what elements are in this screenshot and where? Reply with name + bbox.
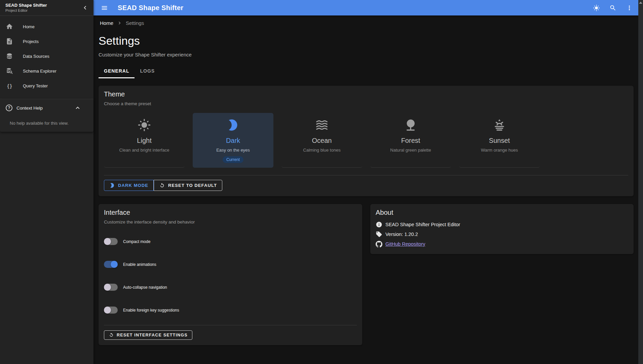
interface-toggles: Compact mode Enable animations Auto-coll…	[104, 238, 357, 314]
context-help-header[interactable]: ? Context Help	[6, 103, 89, 113]
sidebar-item-data-sources[interactable]: Data Sources	[0, 49, 93, 64]
about-card: About SEAD Shape Shifter Project Editor …	[370, 204, 634, 254]
toggle-label: Auto-collapse navigation	[123, 285, 167, 290]
kebab-menu-icon	[626, 4, 633, 11]
theme-card-subtitle: Choose a theme preset	[104, 101, 628, 106]
breadcrumb-current: Settings	[126, 20, 144, 26]
vertical-scrollbar[interactable]	[638, 0, 643, 364]
preset-description: Natural green palette	[390, 148, 431, 153]
chevron-left-icon	[81, 4, 89, 11]
theme-buttons: DARK MODE RESET TO DEFAULT	[104, 180, 628, 191]
foreign-key-suggestions-toggle[interactable]	[104, 307, 118, 314]
reset-icon	[159, 183, 165, 189]
current-theme-badge: Current	[223, 156, 243, 163]
sidebar-item-query-tester[interactable]: { } Query Tester	[0, 78, 93, 93]
menu-button[interactable]	[100, 3, 109, 12]
sidebar-nav: Home Projects Data Sources Schema Explor…	[0, 16, 93, 93]
sidebar-item-projects[interactable]: Projects	[0, 34, 93, 49]
hamburger-icon	[101, 4, 108, 11]
sunset-icon	[493, 118, 506, 132]
theme-card-divider	[104, 175, 628, 175]
interface-card-subtitle: Customize the interface density and beha…	[104, 219, 357, 225]
theme-presets: Light Clean and bright interface Dark Ea…	[104, 113, 628, 168]
theme-card: Theme Choose a theme preset Light Clean …	[99, 86, 634, 196]
sidebar-app-titles: SEAD Shape Shifter Project Editor	[5, 2, 80, 13]
about-row-github: GitHub Repository	[376, 241, 628, 247]
appbar: SEAD Shape Shifter	[93, 0, 638, 15]
context-help-section: ? Context Help No help available for thi…	[0, 99, 93, 132]
reset-interface-settings-label: RESET INTERFACE SETTINGS	[117, 333, 188, 337]
reset-to-default-button-label: RESET TO DEFAULT	[168, 183, 217, 188]
sidebar-item-label: Home	[23, 24, 35, 29]
sidebar-item-label: Data Sources	[23, 54, 49, 59]
dark-mode-button-label: DARK MODE	[118, 183, 148, 188]
toggle-row-foreign-key-suggestions: Enable foreign key suggestions	[104, 307, 357, 314]
sidebar-item-label: Projects	[23, 39, 39, 44]
preset-name: Ocean	[312, 137, 332, 145]
theme-preset-ocean[interactable]: Ocean Calming blue tones	[281, 113, 362, 168]
theme-preset-forest[interactable]: Forest Natural green palette	[370, 113, 451, 168]
theme-card-title: Theme	[104, 90, 628, 98]
toggle-thumb	[104, 238, 111, 245]
theme-toggle-button[interactable]	[592, 3, 601, 12]
more-options-button[interactable]	[625, 3, 634, 12]
search-icon	[609, 4, 616, 11]
interface-card-divider	[104, 325, 357, 325]
breadcrumb-home-link[interactable]: Home	[100, 20, 113, 26]
breadcrumb: Home Settings	[99, 15, 634, 26]
theme-preset-light[interactable]: Light Clean and bright interface	[104, 113, 185, 168]
interface-card-title: Interface	[104, 209, 357, 216]
preset-description: Clean and bright interface	[119, 148, 169, 153]
info-icon	[376, 221, 382, 228]
search-button[interactable]	[608, 3, 617, 12]
sidebar-header: SEAD Shape Shifter Project Editor	[0, 0, 93, 15]
compact-mode-toggle[interactable]	[104, 238, 118, 245]
moon-icon	[109, 183, 115, 188]
waves-icon	[315, 118, 329, 132]
tab-logs[interactable]: LOGS	[135, 64, 160, 78]
schema-search-icon	[6, 67, 13, 75]
braces-icon: { }	[6, 82, 13, 89]
context-help-panel: ? Context Help No help available for thi…	[0, 99, 93, 132]
preset-description: Warm orange hues	[481, 148, 518, 153]
preset-name: Sunset	[489, 137, 510, 145]
toggle-row-compact-mode: Compact mode	[104, 238, 357, 245]
dark-mode-button[interactable]: DARK MODE	[104, 180, 154, 191]
collapse-sidebar-button[interactable]	[80, 3, 90, 13]
preset-description: Easy on the eyes	[216, 148, 250, 153]
chevron-up-icon	[74, 104, 81, 112]
preset-name: Light	[137, 137, 151, 145]
settings-bottom-row: Interface Customize the interface densit…	[99, 204, 634, 345]
about-card-title: About	[376, 209, 628, 216]
toggle-row-auto-collapse-navigation: Auto-collapse navigation	[104, 284, 357, 291]
tag-icon	[376, 231, 382, 238]
auto-collapse-navigation-toggle[interactable]	[104, 284, 118, 291]
reset-interface-settings-button[interactable]: RESET INTERFACE SETTINGS	[104, 330, 192, 340]
sidebar-item-label: Query Tester	[23, 83, 48, 88]
projects-icon	[6, 38, 13, 45]
theme-preset-sunset[interactable]: Sunset Warm orange hues	[459, 113, 540, 168]
tree-icon	[404, 118, 417, 132]
help-circle-icon: ?	[6, 105, 12, 111]
scroll-up-arrow-icon[interactable]	[639, 2, 642, 4]
toggle-thumb	[111, 261, 118, 268]
chevron-right-icon	[117, 20, 122, 26]
about-row-app-name: SEAD Shape Shifter Project Editor	[376, 221, 628, 228]
preset-name: Forest	[401, 137, 420, 145]
sidebar-item-schema-explorer[interactable]: Schema Explorer	[0, 64, 93, 78]
theme-preset-dark[interactable]: Dark Easy on the eyes Current	[193, 113, 273, 168]
sun-icon	[593, 4, 600, 11]
tab-general[interactable]: GENERAL	[99, 64, 135, 78]
home-icon	[6, 23, 13, 30]
github-repository-link[interactable]: GitHub Repository	[385, 241, 425, 247]
toggle-label: Compact mode	[123, 239, 150, 244]
enable-animations-toggle[interactable]	[104, 261, 118, 268]
sidebar: SEAD Shape Shifter Project Editor Home P…	[0, 0, 93, 364]
sidebar-app-title: SEAD Shape Shifter	[5, 2, 80, 8]
about-version: Version: 1.20.2	[385, 232, 418, 237]
preset-name: Dark	[226, 137, 240, 145]
reset-to-default-button[interactable]: RESET TO DEFAULT	[154, 180, 222, 191]
reset-icon	[109, 332, 114, 338]
sidebar-item-home[interactable]: Home	[0, 19, 93, 34]
tab-bar: GENERAL LOGS	[99, 64, 634, 78]
